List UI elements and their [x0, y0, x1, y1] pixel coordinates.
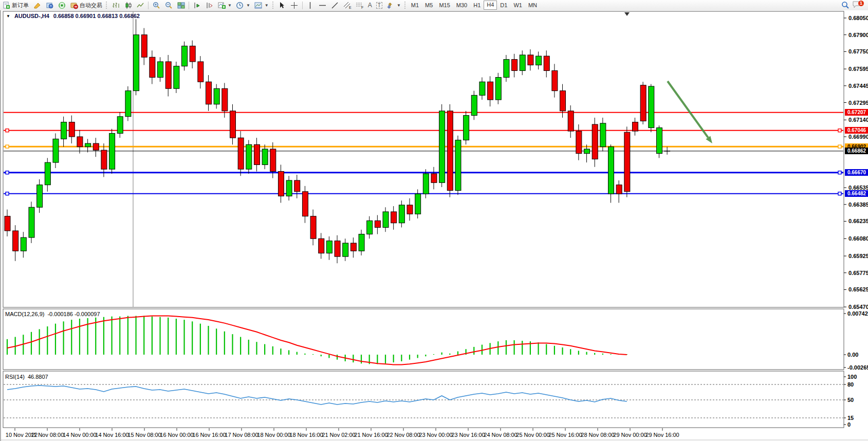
line-chart-icon — [136, 1, 144, 9]
svg-text:0.67140: 0.67140 — [848, 117, 868, 123]
price-badge-0.66862: 0.66862 — [845, 148, 868, 154]
add-indicator-icon — [217, 1, 226, 9]
toolbar-separator — [148, 2, 149, 9]
macd-label-bar: MACD(12,26,9) -0.000186 -0.000097 — [5, 311, 100, 317]
timeframe-m15-button[interactable]: M15 — [436, 1, 453, 9]
macd-values: -0.000186 -0.000097 — [47, 311, 100, 317]
price-badge-0.67046: 0.67046 — [845, 127, 868, 134]
zoom-in-icon — [152, 1, 160, 9]
timeframe-w1-button[interactable]: W1 — [510, 1, 525, 9]
svg-text:0.67900: 0.67900 — [848, 32, 868, 38]
svg-text:0.65625: 0.65625 — [848, 286, 868, 292]
auto-trade-label: 自动交易 — [80, 2, 102, 9]
svg-text:0.66080: 0.66080 — [848, 235, 868, 242]
toolbar: 新订单 自动交易 — [0, 0, 868, 11]
vertical-line-tool-button[interactable] — [304, 1, 317, 10]
notifications-button[interactable]: 1 — [853, 1, 863, 9]
price-badge-0.67207: 0.67207 — [845, 109, 868, 116]
cursor-icon — [278, 1, 286, 9]
crosshair-tool-button[interactable] — [288, 1, 301, 10]
cursor-tool-button[interactable] — [276, 1, 288, 10]
rsi-label-bar: RSI(14) 46.8807 — [5, 374, 48, 380]
candle-chart-icon — [124, 1, 132, 9]
template-button[interactable]: ▼ — [252, 1, 271, 10]
bar-chart-icon — [112, 1, 120, 9]
svg-text:F: F — [361, 6, 363, 9]
toolbar-separator — [106, 2, 108, 9]
text-tool-icon: A — [368, 2, 372, 9]
timeframe-mn-button[interactable]: MN — [525, 1, 540, 9]
timeframe-m1-button[interactable]: M1 — [408, 1, 422, 9]
notification-badge: 1 — [858, 1, 864, 6]
svg-text:0.65775: 0.65775 — [848, 270, 868, 276]
fibonacci-tool-button[interactable]: F — [354, 1, 366, 10]
svg-text:18 Nov 16:00: 18 Nov 16:00 — [289, 432, 323, 438]
dropdown-caret: ▼ — [246, 3, 250, 8]
svg-text:18 Nov 00:00: 18 Nov 00:00 — [257, 432, 290, 438]
horizontal-line-tool-button[interactable] — [317, 1, 329, 10]
text-tool-button[interactable]: A — [366, 1, 374, 10]
svg-text:0: 0 — [847, 421, 851, 428]
mt4-window: 新订单 自动交易 — [0, 0, 868, 441]
svg-text:0.007422: 0.007422 — [847, 310, 868, 317]
svg-text:0.67595: 0.67595 — [848, 66, 868, 72]
svg-text:11 Nov 08:00: 11 Nov 08:00 — [31, 432, 64, 438]
highlighter-button[interactable] — [31, 1, 43, 10]
svg-text:0.66235: 0.66235 — [848, 218, 868, 224]
horizontal-line-icon — [319, 1, 327, 9]
add-indicator-button[interactable]: ▼ — [215, 1, 234, 10]
tile-windows-button[interactable] — [175, 1, 187, 10]
auto-scroll-button[interactable] — [191, 1, 203, 10]
highlighter-icon — [33, 1, 41, 9]
line-chart-button[interactable] — [134, 1, 146, 10]
timeframe-m30-button[interactable]: M30 — [453, 1, 470, 9]
depth-of-market-button[interactable] — [43, 1, 56, 10]
svg-text:21 Nov 02:00: 21 Nov 02:00 — [322, 432, 355, 438]
tile-windows-icon — [177, 1, 185, 9]
bar-chart-button[interactable] — [109, 1, 122, 10]
chart-shift-button[interactable] — [203, 1, 215, 10]
ohlc-values: 0.66858 0.66901 0.66813 0.66862 — [53, 13, 140, 19]
zoom-in-button[interactable] — [150, 1, 162, 10]
timeframe-m5-button[interactable]: M5 — [422, 1, 436, 9]
new-order-button[interactable]: 新订单 — [0, 1, 31, 10]
period-button[interactable]: ▼ — [234, 1, 252, 10]
timeframe-d1-button[interactable]: D1 — [497, 1, 510, 9]
vertical-line-icon — [306, 1, 315, 9]
svg-text:25 Nov 16:00: 25 Nov 16:00 — [548, 432, 582, 438]
auto-trade-button[interactable]: 自动交易 — [68, 1, 104, 10]
arrows-tool-icon — [386, 1, 395, 9]
svg-text:0.65470: 0.65470 — [848, 304, 868, 310]
equidistant-channel-icon: E — [343, 1, 352, 9]
label-tool-button[interactable]: T — [374, 1, 384, 10]
toolbar-separator — [189, 2, 189, 9]
label-tool-icon: T — [376, 2, 382, 9]
svg-text:15: 15 — [847, 415, 854, 421]
collapse-triangle-icon[interactable]: ▼ — [6, 14, 10, 19]
new-order-icon — [2, 1, 10, 9]
svg-text:29 Nov 16:00: 29 Nov 16:00 — [645, 432, 679, 438]
dropdown-caret: ▼ — [265, 3, 269, 8]
rsi-value: 46.8807 — [28, 374, 48, 380]
zoom-out-button[interactable] — [162, 1, 175, 10]
timeframe-h4-button[interactable]: H4 — [484, 1, 497, 10]
svg-text:0.00: 0.00 — [847, 352, 858, 358]
svg-text:0.66990: 0.66990 — [848, 134, 868, 140]
toolbar-separator — [272, 2, 274, 9]
chart-workspace: 0.680500.679000.677500.675950.674450.672… — [0, 10, 868, 441]
search-icon[interactable] — [841, 1, 849, 9]
arrows-tool-button[interactable]: ▼ — [384, 1, 403, 10]
svg-text:16 Nov 00:00: 16 Nov 00:00 — [160, 432, 193, 438]
fibonacci-icon: F — [356, 1, 364, 9]
candle-chart-button[interactable] — [122, 1, 134, 10]
signals-button[interactable] — [56, 1, 68, 10]
zoom-out-icon — [164, 1, 173, 9]
channel-tool-button[interactable]: E — [341, 1, 354, 10]
trendline-tool-button[interactable] — [329, 1, 341, 10]
svg-text:-0.002651: -0.002651 — [847, 364, 868, 371]
timeframe-h1-button[interactable]: H1 — [470, 1, 484, 9]
svg-text:21 Nov 16:00: 21 Nov 16:00 — [354, 432, 387, 438]
chart-canvas[interactable]: 0.680500.679000.677500.675950.674450.672… — [1, 10, 868, 441]
clock-icon — [236, 1, 244, 9]
svg-text:80: 80 — [847, 381, 854, 388]
